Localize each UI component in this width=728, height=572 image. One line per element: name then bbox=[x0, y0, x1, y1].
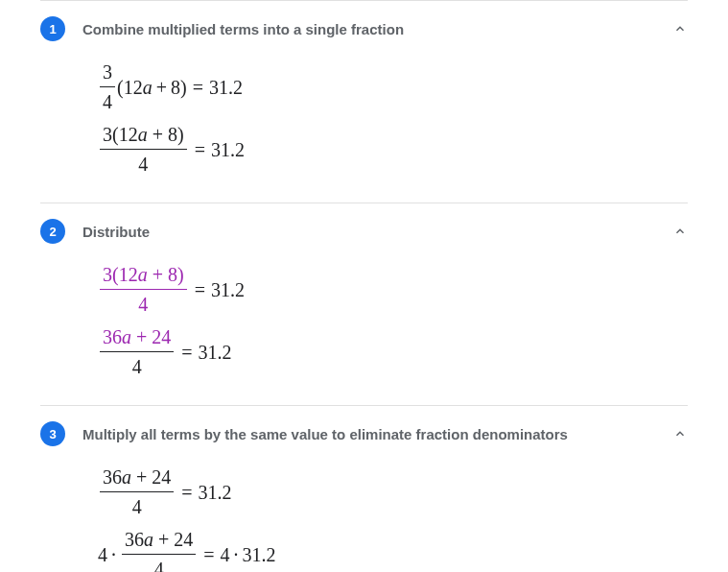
step-1-header[interactable]: 1 Combine multiplied terms into a single… bbox=[40, 16, 688, 41]
step-1-equation-2: 3(12a + 8) 4 = 31.2 bbox=[98, 121, 688, 178]
step-3-equation-1: 36a + 24 4 = 31.2 bbox=[98, 464, 688, 520]
step-1-body: 3 4 ( 12 a + 8 ) = 31.2 3(12a + 8) 4 bbox=[40, 41, 688, 187]
num-part-b: + 8) bbox=[148, 264, 184, 285]
rhs: 31.2 bbox=[199, 339, 232, 366]
step-2-equation-2: 36a + 24 4 = 31.2 bbox=[98, 323, 688, 380]
equals: = bbox=[181, 479, 192, 506]
fraction: 36a + 24 4 bbox=[122, 526, 196, 572]
step-3-title: Multiply all terms by the same value to … bbox=[82, 426, 655, 442]
num-part-a: 3(12 bbox=[103, 124, 138, 145]
step-2-equation-1: 3(12a + 8) 4 = 31.2 bbox=[98, 261, 688, 318]
equals: = bbox=[203, 541, 214, 568]
step-3-badge: 3 bbox=[40, 421, 65, 446]
rhs: 31.2 bbox=[209, 74, 243, 101]
chevron-up-icon[interactable] bbox=[672, 426, 688, 441]
num-part-b: + 24 bbox=[131, 466, 171, 488]
step-2-badge: 2 bbox=[40, 219, 65, 244]
denominator: 4 bbox=[129, 352, 145, 380]
dot-operator: · bbox=[111, 541, 116, 568]
numerator: 36a + 24 bbox=[100, 464, 174, 492]
rhs: 31.2 bbox=[211, 276, 245, 303]
numerator: 3 bbox=[100, 59, 115, 87]
step-1-equation-1: 3 4 ( 12 a + 8 ) = 31.2 bbox=[98, 59, 688, 115]
num-part-a: 3(12 bbox=[103, 264, 138, 285]
paren-close: ) bbox=[180, 74, 187, 101]
num-part-b: + 24 bbox=[153, 529, 193, 550]
equals: = bbox=[195, 136, 205, 163]
step-1: 1 Combine multiplied terms into a single… bbox=[40, 1, 688, 203]
denominator: 4 bbox=[100, 87, 115, 115]
step-3: 3 Multiply all terms by the same value t… bbox=[40, 406, 688, 572]
variable: a bbox=[143, 74, 153, 101]
equals: = bbox=[195, 276, 205, 303]
paren-open: ( bbox=[117, 74, 124, 101]
denominator: 4 bbox=[129, 492, 145, 520]
chevron-up-icon[interactable] bbox=[672, 224, 688, 239]
fraction-highlighted: 3(12a + 8) 4 bbox=[100, 261, 187, 318]
fraction: 3 4 bbox=[100, 59, 115, 115]
fraction: 3(12a + 8) 4 bbox=[100, 121, 187, 178]
num-part-a: 36 bbox=[103, 466, 122, 488]
rhs-b: 31.2 bbox=[243, 541, 276, 568]
variable: a bbox=[122, 466, 131, 488]
step-2-header[interactable]: 2 Distribute bbox=[40, 219, 688, 244]
variable: a bbox=[144, 529, 153, 550]
dot-operator: · bbox=[234, 541, 239, 568]
denominator: 4 bbox=[152, 555, 167, 572]
num-part-b: + 24 bbox=[131, 326, 171, 347]
rhs-a: 4 bbox=[221, 541, 230, 568]
numerator-highlighted: 36a + 24 bbox=[100, 323, 174, 352]
step-3-equation-2: 4 · 36a + 24 4 = 4 · 31.2 bbox=[98, 526, 688, 572]
const: 8 bbox=[171, 74, 180, 101]
fraction: 36a + 24 4 bbox=[100, 464, 174, 520]
fraction: 36a + 24 4 bbox=[100, 323, 174, 380]
numerator: 36a + 24 bbox=[122, 526, 196, 555]
equals: = bbox=[181, 339, 192, 366]
variable: a bbox=[122, 326, 131, 347]
denominator: 4 bbox=[135, 290, 151, 318]
denominator: 4 bbox=[135, 150, 151, 178]
step-1-badge: 1 bbox=[40, 16, 65, 41]
rhs: 31.2 bbox=[199, 479, 232, 506]
coef: 12 bbox=[124, 74, 143, 101]
step-2-body: 3(12a + 8) 4 = 31.2 36a + 24 4 = 31.2 bbox=[40, 244, 688, 390]
step-2-title: Distribute bbox=[82, 224, 655, 240]
main-container: 1 Combine multiplied terms into a single… bbox=[40, 0, 688, 572]
numerator: 3(12a + 8) bbox=[100, 261, 187, 290]
step-3-body: 36a + 24 4 = 31.2 4 · 36a + 24 4 = 4 · bbox=[40, 446, 688, 572]
equals: = bbox=[193, 74, 203, 101]
step-2: 2 Distribute 3(12a + 8) 4 = 31.2 bbox=[40, 203, 688, 406]
chevron-up-icon[interactable] bbox=[672, 21, 688, 36]
num-part-a: 36 bbox=[103, 326, 122, 347]
plus: + bbox=[156, 74, 167, 101]
variable: a bbox=[138, 264, 148, 285]
num-part-b: + 8) bbox=[148, 124, 184, 145]
rhs: 31.2 bbox=[211, 136, 245, 163]
num-part-a: 36 bbox=[125, 529, 144, 550]
lead-coef: 4 bbox=[98, 541, 107, 568]
step-1-title: Combine multiplied terms into a single f… bbox=[82, 21, 655, 37]
variable: a bbox=[138, 124, 148, 145]
step-3-header[interactable]: 3 Multiply all terms by the same value t… bbox=[40, 421, 688, 446]
numerator: 3(12a + 8) bbox=[100, 121, 187, 150]
